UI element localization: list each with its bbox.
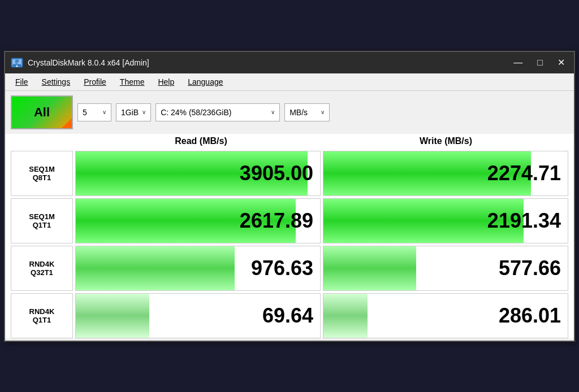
unit-select[interactable]: MB/s ∨ [284, 103, 330, 121]
close-button[interactable]: ✕ [554, 56, 568, 69]
write-cell-0: 2274.71 [323, 151, 568, 196]
menu-settings[interactable]: Settings [36, 76, 76, 88]
write-bar-3 [323, 294, 368, 338]
read-value-3: 69.64 [262, 304, 313, 328]
table-row: RND4KQ1T1 69.64 286.01 [11, 293, 568, 338]
maximize-button[interactable]: □ [534, 56, 546, 69]
drive-select[interactable]: C: 24% (58/236GiB) ∨ [155, 103, 280, 121]
read-header: Read (MB/s) [79, 134, 323, 149]
svg-rect-5 [15, 61, 19, 62]
svg-rect-4 [15, 60, 19, 61]
write-value-1: 2191.34 [487, 209, 561, 233]
menu-language[interactable]: Language [182, 76, 228, 88]
write-header: Write (MB/s) [323, 134, 568, 149]
menu-help[interactable]: Help [152, 76, 180, 88]
runs-arrow: ∨ [102, 109, 106, 115]
table-row: SEQ1MQ1T1 2617.89 2191.34 [11, 198, 568, 243]
column-headers: Read (MB/s) Write (MB/s) [5, 134, 574, 151]
title-bar: CrystalDiskMark 8.0.4 x64 [Admin] — □ ✕ [5, 52, 574, 73]
read-cell-3: 69.64 [75, 293, 321, 338]
read-cell-2: 976.63 [75, 246, 321, 291]
write-cell-3: 286.01 [323, 293, 568, 338]
window-title: CrystalDiskMark 8.0.4 x64 [Admin] [28, 58, 149, 67]
menu-theme[interactable]: Theme [114, 76, 150, 88]
size-select[interactable]: 1GiB ∨ [116, 103, 151, 121]
runs-select[interactable]: 5 ∨ [77, 103, 111, 121]
app-window: CrystalDiskMark 8.0.4 x64 [Admin] — □ ✕ … [4, 51, 575, 342]
read-value-0: 3905.00 [240, 162, 313, 185]
write-bar-2 [323, 246, 416, 290]
minimize-button[interactable]: — [510, 56, 526, 69]
read-bar-2 [76, 246, 235, 290]
write-value-3: 286.01 [499, 304, 561, 328]
table-row: RND4KQ32T1 976.63 577.66 [11, 246, 568, 291]
toolbar: All 5 ∨ 1GiB ∨ C: 24% (58/236GiB) ∨ MB/s… [5, 91, 574, 134]
read-cell-1: 2617.89 [75, 198, 321, 243]
all-button[interactable]: All [11, 95, 73, 129]
svg-rect-6 [15, 63, 18, 64]
menu-file[interactable]: File [10, 76, 34, 88]
data-rows: SEQ1MQ8T1 3905.00 2274.71 SEQ1MQ1T1 2617… [5, 151, 574, 338]
row-label-2: RND4KQ32T1 [11, 246, 73, 291]
read-cell-0: 3905.00 [75, 151, 321, 196]
read-value-2: 976.63 [251, 256, 313, 280]
read-bar-3 [76, 294, 149, 338]
menu-profile[interactable]: Profile [78, 76, 112, 88]
write-value-0: 2274.71 [487, 162, 561, 185]
row-label-1: SEQ1MQ1T1 [11, 198, 73, 243]
title-bar-left: CrystalDiskMark 8.0.4 x64 [Admin] [11, 56, 149, 69]
unit-arrow: ∨ [321, 109, 325, 115]
row-label-0: SEQ1MQ8T1 [11, 151, 73, 196]
svg-point-3 [16, 65, 18, 67]
app-icon [11, 56, 23, 69]
table-row: SEQ1MQ8T1 3905.00 2274.71 [11, 151, 568, 196]
title-controls: — □ ✕ [510, 56, 568, 69]
write-value-2: 577.66 [499, 256, 561, 280]
size-arrow: ∨ [142, 109, 146, 115]
row-label-3: RND4KQ1T1 [11, 293, 73, 338]
menu-bar: File Settings Profile Theme Help Languag… [5, 73, 574, 91]
write-cell-1: 2191.34 [323, 198, 568, 243]
drive-arrow: ∨ [271, 109, 275, 115]
content-area: Read (MB/s) Write (MB/s) SEQ1MQ8T1 3905.… [5, 134, 574, 338]
write-cell-2: 577.66 [323, 246, 568, 291]
read-value-1: 2617.89 [240, 209, 313, 233]
